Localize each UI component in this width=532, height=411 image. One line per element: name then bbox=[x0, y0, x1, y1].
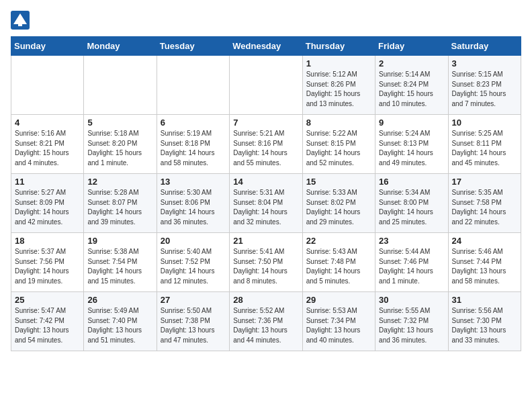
calendar-cell: 24Sunrise: 5:46 AM Sunset: 7:44 PM Dayli… bbox=[448, 233, 521, 292]
cell-info: Sunrise: 5:49 AM Sunset: 7:40 PM Dayligh… bbox=[87, 306, 152, 345]
calendar-cell bbox=[11, 56, 84, 115]
week-row-3: 11Sunrise: 5:27 AM Sunset: 8:09 PM Dayli… bbox=[11, 174, 521, 233]
calendar-cell: 22Sunrise: 5:43 AM Sunset: 7:48 PM Dayli… bbox=[302, 233, 375, 292]
date-number: 12 bbox=[87, 177, 152, 187]
header-sunday: Sunday bbox=[11, 37, 84, 56]
calendar-cell: 3Sunrise: 5:15 AM Sunset: 8:23 PM Daylig… bbox=[448, 56, 521, 115]
date-number: 28 bbox=[233, 295, 298, 305]
cell-info: Sunrise: 5:27 AM Sunset: 8:09 PM Dayligh… bbox=[15, 188, 80, 227]
calendar-cell bbox=[84, 56, 157, 115]
cell-info: Sunrise: 5:21 AM Sunset: 8:16 PM Dayligh… bbox=[233, 129, 298, 168]
date-number: 9 bbox=[379, 118, 444, 128]
date-number: 14 bbox=[233, 177, 298, 187]
svg-rect-2 bbox=[18, 22, 22, 26]
cell-info: Sunrise: 5:41 AM Sunset: 7:50 PM Dayligh… bbox=[233, 247, 298, 286]
calendar-cell: 6Sunrise: 5:19 AM Sunset: 8:18 PM Daylig… bbox=[157, 115, 229, 174]
calendar-cell: 31Sunrise: 5:56 AM Sunset: 7:30 PM Dayli… bbox=[448, 292, 521, 351]
date-number: 6 bbox=[161, 118, 226, 128]
date-number: 10 bbox=[452, 118, 517, 128]
cell-info: Sunrise: 5:50 AM Sunset: 7:38 PM Dayligh… bbox=[161, 306, 226, 345]
date-number: 15 bbox=[306, 177, 371, 187]
calendar-cell: 17Sunrise: 5:35 AM Sunset: 7:58 PM Dayli… bbox=[448, 174, 521, 233]
calendar-cell: 2Sunrise: 5:14 AM Sunset: 8:24 PM Daylig… bbox=[375, 56, 448, 115]
date-number: 16 bbox=[379, 177, 444, 187]
calendar-cell: 11Sunrise: 5:27 AM Sunset: 8:09 PM Dayli… bbox=[11, 174, 84, 233]
calendar-cell: 15Sunrise: 5:33 AM Sunset: 8:02 PM Dayli… bbox=[302, 174, 375, 233]
calendar-cell: 25Sunrise: 5:47 AM Sunset: 7:42 PM Dayli… bbox=[11, 292, 84, 351]
header-tuesday: Tuesday bbox=[157, 37, 229, 56]
cell-info: Sunrise: 5:37 AM Sunset: 7:56 PM Dayligh… bbox=[15, 247, 80, 286]
cell-info: Sunrise: 5:53 AM Sunset: 7:34 PM Dayligh… bbox=[306, 306, 371, 345]
date-number: 18 bbox=[15, 236, 80, 246]
calendar-cell: 10Sunrise: 5:25 AM Sunset: 8:11 PM Dayli… bbox=[448, 115, 521, 174]
logo bbox=[11, 11, 32, 30]
calendar-cell: 7Sunrise: 5:21 AM Sunset: 8:16 PM Daylig… bbox=[230, 115, 302, 174]
calendar-cell: 13Sunrise: 5:30 AM Sunset: 8:06 PM Dayli… bbox=[157, 174, 229, 233]
cell-info: Sunrise: 5:30 AM Sunset: 8:06 PM Dayligh… bbox=[161, 188, 226, 227]
calendar-cell: 21Sunrise: 5:41 AM Sunset: 7:50 PM Dayli… bbox=[230, 233, 302, 292]
cell-info: Sunrise: 5:12 AM Sunset: 8:26 PM Dayligh… bbox=[306, 70, 371, 109]
date-number: 22 bbox=[306, 236, 371, 246]
cell-info: Sunrise: 5:47 AM Sunset: 7:42 PM Dayligh… bbox=[15, 306, 80, 345]
header-wednesday: Wednesday bbox=[230, 37, 302, 56]
cell-info: Sunrise: 5:38 AM Sunset: 7:54 PM Dayligh… bbox=[87, 247, 152, 286]
page-header bbox=[11, 11, 521, 30]
cell-info: Sunrise: 5:28 AM Sunset: 8:07 PM Dayligh… bbox=[87, 188, 152, 227]
calendar-cell: 1Sunrise: 5:12 AM Sunset: 8:26 PM Daylig… bbox=[302, 56, 375, 115]
calendar-cell: 26Sunrise: 5:49 AM Sunset: 7:40 PM Dayli… bbox=[84, 292, 157, 351]
date-number: 13 bbox=[161, 177, 226, 187]
date-number: 3 bbox=[452, 58, 517, 68]
cell-info: Sunrise: 5:15 AM Sunset: 8:23 PM Dayligh… bbox=[452, 70, 517, 109]
cell-info: Sunrise: 5:18 AM Sunset: 8:20 PM Dayligh… bbox=[87, 129, 152, 168]
date-number: 24 bbox=[452, 236, 517, 246]
cell-info: Sunrise: 5:34 AM Sunset: 8:00 PM Dayligh… bbox=[379, 188, 444, 227]
date-number: 25 bbox=[15, 295, 80, 305]
week-row-5: 25Sunrise: 5:47 AM Sunset: 7:42 PM Dayli… bbox=[11, 292, 521, 351]
header-saturday: Saturday bbox=[448, 37, 521, 56]
week-row-4: 18Sunrise: 5:37 AM Sunset: 7:56 PM Dayli… bbox=[11, 233, 521, 292]
date-number: 20 bbox=[161, 236, 226, 246]
calendar-cell: 4Sunrise: 5:16 AM Sunset: 8:21 PM Daylig… bbox=[11, 115, 84, 174]
calendar-table: SundayMondayTuesdayWednesdayThursdayFrid… bbox=[11, 36, 521, 351]
cell-info: Sunrise: 5:52 AM Sunset: 7:36 PM Dayligh… bbox=[233, 306, 298, 345]
calendar-cell: 20Sunrise: 5:40 AM Sunset: 7:52 PM Dayli… bbox=[157, 233, 229, 292]
date-number: 29 bbox=[306, 295, 371, 305]
calendar-cell bbox=[230, 56, 302, 115]
date-number: 31 bbox=[452, 295, 517, 305]
date-number: 21 bbox=[233, 236, 298, 246]
calendar-cell: 23Sunrise: 5:44 AM Sunset: 7:46 PM Dayli… bbox=[375, 233, 448, 292]
date-number: 5 bbox=[87, 118, 152, 128]
cell-info: Sunrise: 5:24 AM Sunset: 8:13 PM Dayligh… bbox=[379, 129, 444, 168]
week-row-2: 4Sunrise: 5:16 AM Sunset: 8:21 PM Daylig… bbox=[11, 115, 521, 174]
cell-info: Sunrise: 5:25 AM Sunset: 8:11 PM Dayligh… bbox=[452, 129, 517, 168]
date-number: 7 bbox=[233, 118, 298, 128]
calendar-cell: 12Sunrise: 5:28 AM Sunset: 8:07 PM Dayli… bbox=[84, 174, 157, 233]
date-number: 2 bbox=[379, 58, 444, 68]
cell-info: Sunrise: 5:35 AM Sunset: 7:58 PM Dayligh… bbox=[452, 188, 517, 227]
days-header-row: SundayMondayTuesdayWednesdayThursdayFrid… bbox=[11, 37, 521, 56]
calendar-cell: 19Sunrise: 5:38 AM Sunset: 7:54 PM Dayli… bbox=[84, 233, 157, 292]
date-number: 17 bbox=[452, 177, 517, 187]
date-number: 8 bbox=[306, 118, 371, 128]
date-number: 26 bbox=[87, 295, 152, 305]
date-number: 30 bbox=[379, 295, 444, 305]
cell-info: Sunrise: 5:31 AM Sunset: 8:04 PM Dayligh… bbox=[233, 188, 298, 227]
calendar-cell: 30Sunrise: 5:55 AM Sunset: 7:32 PM Dayli… bbox=[375, 292, 448, 351]
date-number: 19 bbox=[87, 236, 152, 246]
cell-info: Sunrise: 5:44 AM Sunset: 7:46 PM Dayligh… bbox=[379, 247, 444, 286]
cell-info: Sunrise: 5:55 AM Sunset: 7:32 PM Dayligh… bbox=[379, 306, 444, 345]
cell-info: Sunrise: 5:22 AM Sunset: 8:15 PM Dayligh… bbox=[306, 129, 371, 168]
week-row-1: 1Sunrise: 5:12 AM Sunset: 8:26 PM Daylig… bbox=[11, 56, 521, 115]
cell-info: Sunrise: 5:43 AM Sunset: 7:48 PM Dayligh… bbox=[306, 247, 371, 286]
header-thursday: Thursday bbox=[302, 37, 375, 56]
date-number: 11 bbox=[15, 177, 80, 187]
cell-info: Sunrise: 5:33 AM Sunset: 8:02 PM Dayligh… bbox=[306, 188, 371, 227]
calendar-cell: 16Sunrise: 5:34 AM Sunset: 8:00 PM Dayli… bbox=[375, 174, 448, 233]
calendar-cell: 27Sunrise: 5:50 AM Sunset: 7:38 PM Dayli… bbox=[157, 292, 229, 351]
cell-info: Sunrise: 5:40 AM Sunset: 7:52 PM Dayligh… bbox=[161, 247, 226, 286]
date-number: 1 bbox=[306, 58, 371, 68]
date-number: 4 bbox=[15, 118, 80, 128]
logo-icon bbox=[11, 11, 30, 30]
calendar-cell: 5Sunrise: 5:18 AM Sunset: 8:20 PM Daylig… bbox=[84, 115, 157, 174]
date-number: 23 bbox=[379, 236, 444, 246]
